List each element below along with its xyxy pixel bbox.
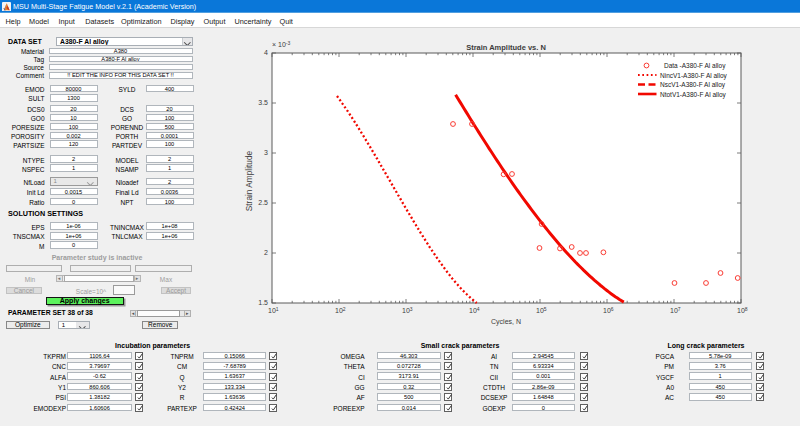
svg-text:Strain Amplitude vs. N: Strain Amplitude vs. N (466, 43, 546, 52)
svg-text:4: 4 (264, 49, 268, 56)
svg-text:2.5: 2.5 (258, 199, 268, 206)
svg-text:Data -A380-F Al alloy: Data -A380-F Al alloy (664, 62, 726, 70)
svg-text:Cycles, N: Cycles, N (491, 318, 521, 326)
svg-text:3: 3 (264, 149, 268, 156)
svg-text:104: 104 (469, 306, 480, 315)
svg-text:NscV1-A380-F Al alloy: NscV1-A380-F Al alloy (660, 81, 726, 89)
svg-text:108: 108 (737, 306, 748, 315)
svg-text:NincV1-A380-F Al alloy: NincV1-A380-F Al alloy (660, 72, 728, 80)
svg-text:106: 106 (603, 306, 614, 315)
svg-text:105: 105 (536, 306, 547, 315)
svg-text:101: 101 (268, 306, 279, 315)
svg-text:× 10-3: × 10-3 (272, 40, 290, 49)
svg-text:107: 107 (670, 306, 681, 315)
svg-text:3.5: 3.5 (258, 99, 268, 106)
svg-text:1.5: 1.5 (258, 299, 268, 306)
svg-text:103: 103 (402, 306, 413, 315)
svg-text:102: 102 (335, 306, 346, 315)
svg-text:2: 2 (264, 249, 268, 256)
svg-text:Strain Amplitude: Strain Amplitude (244, 150, 254, 211)
svg-text:NtotV1-A380-F Al alloy: NtotV1-A380-F Al alloy (660, 91, 727, 99)
